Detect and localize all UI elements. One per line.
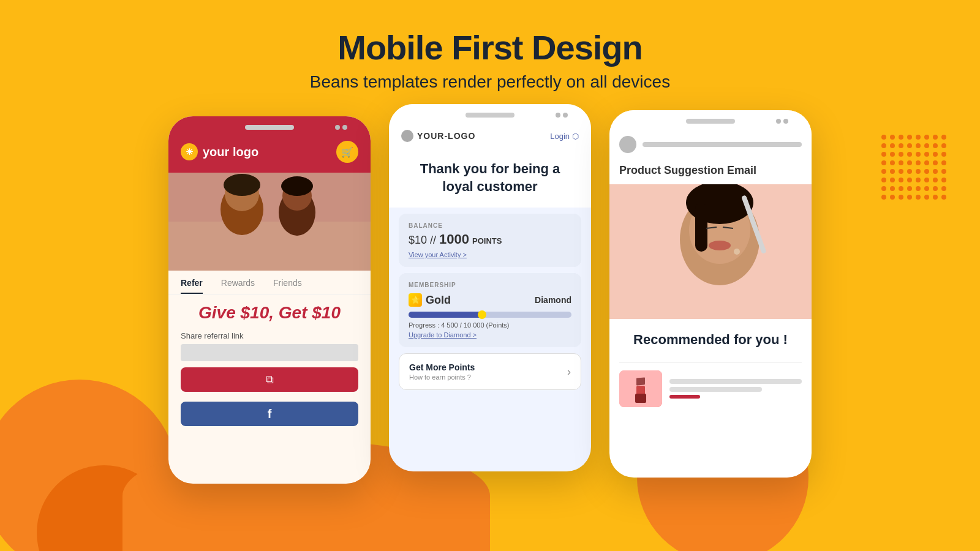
points-subtitle: How to earn points ? <box>409 373 475 381</box>
svg-point-7 <box>281 176 313 196</box>
lipstick-svg <box>619 370 662 407</box>
phone1-camera2 <box>342 125 347 130</box>
promo-text: Give $10, Get $10 <box>181 303 358 323</box>
sender-avatar <box>619 136 636 153</box>
tab-friends[interactable]: Friends <box>273 278 302 294</box>
phone2-logo-icon <box>401 130 413 142</box>
chevron-right-icon: › <box>567 365 571 378</box>
referral-input[interactable] <box>181 344 358 361</box>
login-text: Login <box>550 132 570 141</box>
copy-icon: ⧉ <box>266 373 274 386</box>
product-line-1 <box>669 379 802 384</box>
product-hero-svg <box>609 184 812 319</box>
phone-product-suggestion: Product Suggestion Email <box>609 110 812 478</box>
page-title: Mobile First Design <box>0 28 980 67</box>
phone-loyalty: YOUR-LOGO Login ⬡ Thank you for being a … <box>389 104 591 471</box>
progress-bar-bg <box>409 312 571 318</box>
phone2-logo-text: YOUR-LOGO <box>417 131 475 141</box>
tab-rewards[interactable]: Rewards <box>221 278 255 294</box>
phone2-camera1 <box>556 113 560 118</box>
phone1-logo: ☀ your logo <box>181 143 258 160</box>
phone1-hero-image <box>168 173 371 271</box>
progress-bar-fill <box>409 312 482 318</box>
membership-label: MEMBERSHIP <box>409 282 571 288</box>
membership-card: MEMBERSHIP ⭐ Gold Diamond Progress : 4 5… <box>399 273 581 347</box>
logo-text: your logo <box>203 145 258 159</box>
cart-button[interactable]: 🛒 <box>336 141 358 163</box>
facebook-button[interactable]: f <box>181 402 358 426</box>
svg-rect-20 <box>636 377 645 385</box>
view-activity-link[interactable]: View your Activity > <box>409 251 571 258</box>
hero-svg <box>168 173 371 271</box>
email-subject-title: Product Suggestion Email <box>609 159 812 184</box>
phone3-product-hero <box>609 184 812 319</box>
phone2-header: YOUR-LOGO Login ⬡ <box>389 104 591 148</box>
login-button[interactable]: Login ⬡ <box>550 132 579 141</box>
recommendation-title: Recommended for you ! <box>619 331 802 349</box>
phones-container: ☀ your logo 🛒 <box>0 104 980 484</box>
product-thumbnail <box>619 370 662 407</box>
recommendation-section: Recommended for you ! <box>609 319 812 355</box>
balance-value: $10 // 1000 POINTS <box>409 231 571 247</box>
tier-gold: ⭐ Gold <box>409 293 451 307</box>
phone-referral: ☀ your logo 🛒 <box>168 116 371 484</box>
points-card[interactable]: Get More Points How to earn points ? › <box>399 353 581 390</box>
phone1-promo: Give $10, Get $10 <box>168 294 371 328</box>
svg-rect-21 <box>635 394 646 403</box>
phone1-notch <box>245 125 294 130</box>
upgrade-link[interactable]: Upgrade to Diamond > <box>409 331 571 339</box>
svg-point-17 <box>709 241 731 250</box>
progress-dot <box>478 310 486 319</box>
copy-button[interactable]: ⧉ <box>181 367 358 392</box>
hero-people-image <box>168 173 371 271</box>
phone2-camera2 <box>563 113 568 118</box>
phone2-hero-text: Thank you for being a loyal customer <box>389 148 591 208</box>
login-arrow-icon: ⬡ <box>572 132 579 141</box>
balance-amount: $10 // <box>409 234 439 246</box>
referral-label: Share referral link <box>181 331 358 340</box>
facebook-icon: f <box>268 407 272 421</box>
tier-current-label: Gold <box>426 294 451 307</box>
phone3-camera1 <box>776 119 781 124</box>
email-subject-line <box>643 142 802 147</box>
phone2-logo: YOUR-LOGO <box>401 130 475 142</box>
phone3-divider <box>619 362 802 363</box>
phone1-tabs: Refer Rewards Friends <box>168 271 371 294</box>
svg-point-16 <box>734 249 740 255</box>
balance-label: BALANCE <box>409 222 571 229</box>
points-title: Get More Points <box>409 362 475 372</box>
tab-refer[interactable]: Refer <box>181 278 203 294</box>
gold-icon: ⭐ <box>409 293 422 307</box>
phone2-notch <box>466 113 514 118</box>
product-row <box>609 370 812 407</box>
product-info-lines <box>669 379 802 399</box>
page-header: Mobile First Design Beans templates rend… <box>0 0 980 104</box>
svg-rect-1 <box>168 222 371 271</box>
svg-point-4 <box>224 174 260 196</box>
phone1-referral-section: Share referral link ⧉ f <box>168 328 371 430</box>
points-card-content: Get More Points How to earn points ? <box>409 362 475 381</box>
page-subtitle: Beans templates render perfectly on all … <box>0 72 980 92</box>
progress-text: Progress : 4 500 / 10 000 (Points) <box>409 321 571 329</box>
balance-card: BALANCE $10 // 1000 POINTS View your Act… <box>399 214 581 267</box>
product-line-2 <box>669 387 762 392</box>
product-price-line <box>669 395 700 399</box>
phone1-camera1 <box>335 125 340 130</box>
phone3-notch <box>686 119 735 124</box>
balance-points: 1000 <box>439 231 469 247</box>
loyalty-hero-title: Thank you for being a loyal customer <box>404 160 576 195</box>
balance-unit: POINTS <box>472 236 502 246</box>
membership-tier: ⭐ Gold Diamond <box>409 293 571 307</box>
svg-rect-12 <box>695 203 707 252</box>
phone3-header <box>609 110 812 159</box>
phone3-camera2 <box>783 119 788 124</box>
logo-icon: ☀ <box>181 143 198 160</box>
tier-next-label: Diamond <box>535 295 571 305</box>
